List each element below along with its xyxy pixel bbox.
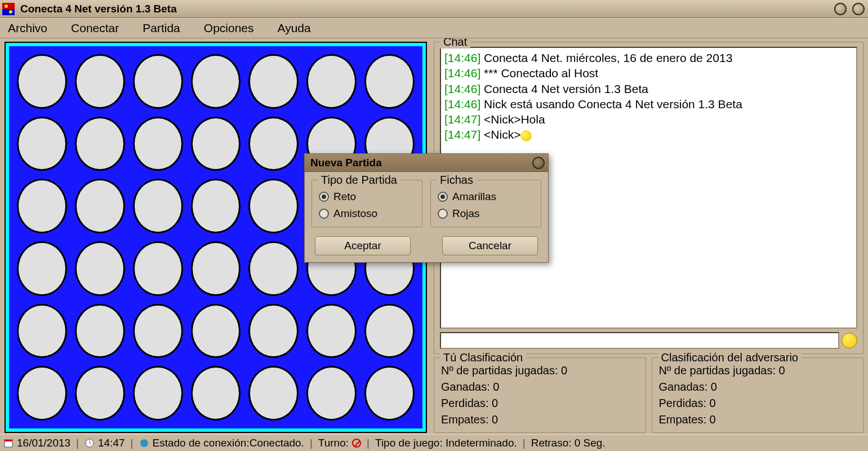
chat-title: Chat bbox=[440, 38, 470, 48]
board-cell[interactable] bbox=[364, 54, 415, 109]
board-cell[interactable] bbox=[17, 179, 67, 233]
radio-amarillas[interactable]: Amarillas bbox=[437, 188, 535, 205]
board-cell[interactable] bbox=[17, 366, 67, 421]
opp-draws: Empates: 0 bbox=[658, 412, 858, 428]
your-games: Nº de partidas jugadas: 0 bbox=[440, 362, 640, 379]
board-cell[interactable] bbox=[306, 54, 357, 109]
close-button[interactable] bbox=[852, 3, 865, 15]
board-cell[interactable] bbox=[17, 241, 67, 296]
menu-partida[interactable]: Partida bbox=[143, 21, 180, 35]
board-cell[interactable] bbox=[75, 366, 125, 421]
dialog-title: Nueva Partida bbox=[310, 157, 382, 169]
board-cell[interactable] bbox=[191, 179, 241, 233]
svg-rect-0 bbox=[2, 3, 15, 9]
menubar: Archivo Conectar Partida Opciones Ayuda bbox=[0, 18, 868, 38]
board-cell[interactable] bbox=[133, 304, 183, 359]
chat-line: [14:47] <Nick>Hola bbox=[444, 112, 853, 127]
chat-input[interactable] bbox=[440, 332, 839, 349]
calendar-icon bbox=[3, 438, 14, 448]
board-cell[interactable] bbox=[75, 304, 125, 359]
radio-rojas[interactable]: Rojas bbox=[437, 205, 535, 222]
dialog-close-button[interactable] bbox=[532, 157, 545, 169]
board-cell[interactable] bbox=[17, 304, 67, 359]
board-cell[interactable] bbox=[191, 304, 241, 359]
minimize-button[interactable] bbox=[834, 3, 847, 15]
board-cell[interactable] bbox=[306, 366, 357, 421]
board-cell[interactable] bbox=[17, 117, 67, 171]
radio-rojas-indicator bbox=[438, 209, 448, 219]
accept-button[interactable]: Aceptar bbox=[315, 236, 411, 255]
status-turn-label: Turno: bbox=[318, 437, 349, 449]
status-delay: Retraso: 0 Seg. bbox=[531, 437, 606, 449]
board-cell[interactable] bbox=[191, 117, 241, 171]
board-cell[interactable] bbox=[248, 366, 299, 421]
opp-games: Nº de partidas jugadas: 0 bbox=[658, 362, 858, 379]
board-cell[interactable] bbox=[133, 117, 183, 171]
board-cell[interactable] bbox=[248, 117, 299, 171]
emoji-picker-button[interactable] bbox=[842, 333, 857, 348]
svg-rect-1 bbox=[2, 9, 15, 15]
radio-reto-indicator bbox=[319, 192, 329, 202]
your-stats-title: Tú Clasificación bbox=[440, 351, 526, 364]
your-won: Ganadas: 0 bbox=[440, 379, 640, 395]
svg-rect-5 bbox=[5, 440, 12, 441]
board-cell[interactable] bbox=[248, 241, 299, 296]
status-gametype: Tipo de juego: Indeterminado. bbox=[375, 437, 517, 449]
fichas-legend: Fichas bbox=[437, 174, 477, 187]
opp-won: Ganadas: 0 bbox=[658, 379, 858, 395]
board-cell[interactable] bbox=[17, 54, 67, 109]
chat-line: [14:47] <Nick> bbox=[444, 127, 853, 142]
board-cell[interactable] bbox=[133, 179, 183, 233]
board-cell[interactable] bbox=[75, 179, 125, 233]
dialog-titlebar[interactable]: Nueva Partida bbox=[305, 154, 548, 172]
titlebar: Conecta 4 Net versión 1.3 Beta bbox=[0, 0, 868, 18]
board-cell[interactable] bbox=[75, 241, 125, 296]
board-cell[interactable] bbox=[306, 304, 357, 359]
game-type-group: Tipo de Partida Reto Amistoso bbox=[311, 180, 422, 227]
chat-line: [14:46] Conecta 4 Net versión 1.3 Beta bbox=[444, 81, 853, 96]
your-stats-panel: Tú Clasificación Nº de partidas jugadas:… bbox=[434, 357, 646, 433]
statusbar: 16/01/2013 | 14:47 | Estado de conexión:… bbox=[0, 434, 868, 451]
radio-amistoso[interactable]: Amistoso bbox=[318, 205, 416, 222]
board-cell[interactable] bbox=[248, 54, 299, 109]
new-game-dialog: Nueva Partida Tipo de Partida Reto Amist… bbox=[304, 153, 549, 263]
fichas-group: Fichas Amarillas Rojas bbox=[430, 180, 541, 227]
radio-reto[interactable]: Reto bbox=[318, 188, 416, 205]
board-cell[interactable] bbox=[191, 241, 241, 296]
status-conn: Estado de conexión:Conectado. bbox=[153, 437, 304, 449]
radio-amistoso-indicator bbox=[319, 209, 329, 219]
board-cell[interactable] bbox=[364, 304, 415, 359]
window-title: Conecta 4 Net versión 1.3 Beta bbox=[20, 3, 177, 15]
board-cell[interactable] bbox=[248, 304, 299, 359]
menu-archivo[interactable]: Archivo bbox=[8, 21, 47, 35]
board-cell[interactable] bbox=[133, 54, 183, 109]
menu-opciones[interactable]: Opciones bbox=[204, 21, 254, 35]
svg-point-2 bbox=[5, 5, 8, 8]
board-cell[interactable] bbox=[191, 54, 241, 109]
your-lost: Perdidas: 0 bbox=[440, 395, 640, 412]
status-date: 16/01/2013 bbox=[17, 437, 70, 449]
menu-ayuda[interactable]: Ayuda bbox=[278, 21, 311, 35]
globe-icon bbox=[139, 438, 149, 448]
chat-line: [14:46] Conecta 4 Net. miércoles, 16 de … bbox=[444, 50, 853, 65]
cancel-button[interactable]: Cancelar bbox=[442, 236, 538, 255]
menu-conectar[interactable]: Conectar bbox=[71, 21, 119, 35]
chat-line: [14:46] Nick está usando Conecta 4 Net v… bbox=[444, 96, 853, 112]
svg-point-3 bbox=[9, 10, 12, 14]
smiley-icon bbox=[520, 130, 532, 142]
board-cell[interactable] bbox=[248, 179, 299, 233]
opp-lost: Perdidas: 0 bbox=[658, 395, 858, 412]
board-cell[interactable] bbox=[364, 366, 415, 421]
no-turn-icon bbox=[352, 439, 361, 448]
svg-point-9 bbox=[140, 439, 148, 447]
board-cell[interactable] bbox=[75, 54, 125, 109]
game-type-legend: Tipo de Partida bbox=[318, 174, 400, 187]
board-cell[interactable] bbox=[133, 366, 183, 421]
board-cell[interactable] bbox=[191, 366, 241, 421]
your-draws: Empates: 0 bbox=[440, 412, 640, 428]
chat-line: [14:46] *** Conectado al Host bbox=[444, 65, 853, 81]
opponent-stats-title: Clasificación del adversario bbox=[658, 351, 802, 364]
board-cell[interactable] bbox=[133, 241, 183, 296]
board-cell[interactable] bbox=[75, 117, 125, 171]
status-time: 14:47 bbox=[98, 437, 125, 449]
